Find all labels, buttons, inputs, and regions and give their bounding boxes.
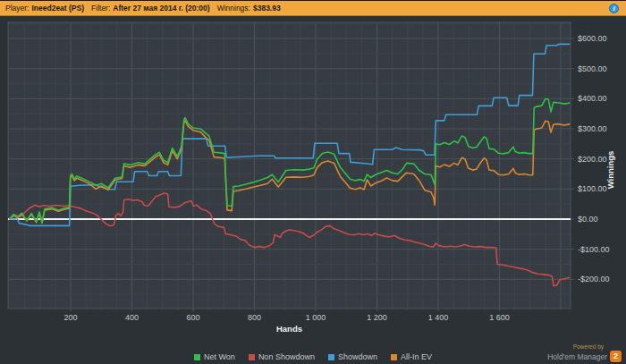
chart-plot-area[interactable]: [8, 22, 571, 309]
powered-by-block: Powered by Hold'em Manager 2: [547, 343, 622, 362]
winnings-label: Winnings:: [217, 4, 250, 13]
title-bar: Player: Ineed2eat (PS) Filter: After 27 …: [0, 0, 626, 16]
showdown-swatch-icon: [328, 354, 334, 360]
legend-item-showdown[interactable]: Showdown: [328, 352, 377, 361]
all-in-ev-swatch-icon: [391, 354, 397, 360]
x-tick-label: 1 600: [489, 313, 510, 322]
y-tick-label: $300.00: [578, 124, 607, 133]
y-tick-label: $400.00: [578, 94, 607, 103]
winnings-chart: 2004006008001 0001 2001 4001 600$600.00$…: [0, 0, 626, 364]
powered-by-text: Powered by: [547, 343, 604, 350]
filter-value: After 27 мая 2014 г. (20:00): [113, 4, 209, 13]
legend-label: All-In EV: [401, 352, 432, 361]
legend-label: Non Showdown: [258, 352, 315, 361]
y-tick-label: $500.00: [578, 64, 607, 73]
filter-label: Filter:: [91, 4, 110, 13]
net-won-swatch-icon: [194, 354, 200, 360]
y-tick-label: $100.00: [578, 184, 607, 193]
y-tick-label: $0.00: [578, 215, 598, 224]
legend-item-non-showdown[interactable]: Non Showdown: [249, 352, 315, 361]
winnings-value: $383.93: [253, 4, 281, 13]
player-label: Player:: [5, 4, 29, 13]
brand-name: Hold'em Manager: [547, 352, 607, 361]
non-showdown-swatch-icon: [249, 354, 255, 360]
player-value: Ineed2eat (PS): [31, 4, 84, 13]
legend-item-all-in-ev[interactable]: All-In EV: [391, 352, 432, 361]
x-axis-title: Hands: [276, 324, 302, 334]
hem2-badge-icon: 2: [610, 351, 622, 362]
y-tick-label: -$100.00: [578, 245, 610, 254]
x-tick-label: 600: [186, 313, 199, 322]
x-tick-label: 1 400: [428, 313, 449, 322]
x-tick-label: 400: [125, 313, 139, 322]
chart-legend: Net Won Non Showdown Showdown All-In EV: [0, 352, 626, 361]
x-tick-label: 1 200: [367, 313, 387, 322]
legend-label: Net Won: [204, 352, 235, 361]
info-icon[interactable]: i: [609, 4, 619, 13]
legend-label: Showdown: [338, 352, 377, 361]
y-axis-title: Winnings: [605, 151, 615, 190]
y-tick-label: $200.00: [578, 155, 607, 164]
legend-item-net-won[interactable]: Net Won: [194, 352, 235, 361]
y-tick-label: $600.00: [578, 34, 607, 43]
x-tick-label: 800: [248, 313, 261, 322]
hem-graph-window: Player: Ineed2eat (PS) Filter: After 27 …: [0, 0, 626, 364]
x-tick-label: 200: [63, 313, 77, 322]
x-tick-label: 1 000: [306, 313, 326, 322]
y-tick-label: -$200.00: [578, 275, 610, 284]
